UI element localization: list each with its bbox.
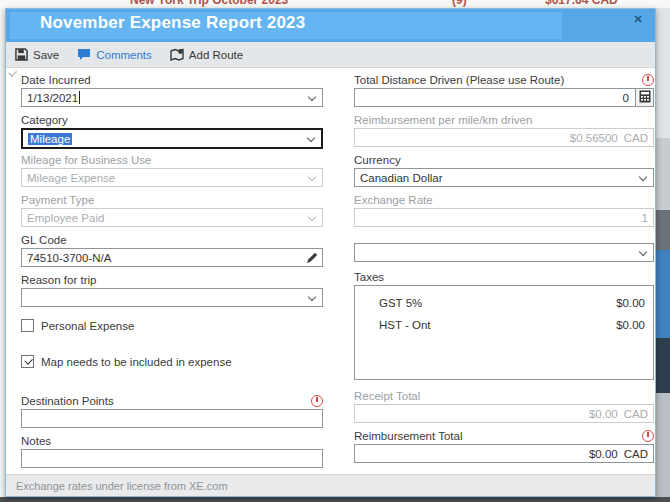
field-exchange-rate: Exchange Rate 1 [354, 193, 654, 227]
background-segment [656, 338, 670, 393]
field-taxes: Taxes GST 5% $0.00 HST - Ont $0.00 [354, 270, 654, 380]
personal-expense-checkbox[interactable] [21, 319, 34, 332]
receipt-total-label: Receipt Total [354, 390, 420, 402]
save-label: Save [33, 49, 59, 61]
category-value: Mileage [28, 133, 72, 145]
background-segment [656, 250, 670, 338]
currency-label: Currency [354, 154, 401, 166]
dialog-toolbar: Save Comments Add Route [6, 42, 655, 68]
reimbursement-total-input: $0.00 CAD [354, 444, 654, 463]
save-icon [15, 48, 28, 61]
taxes-label: Taxes [354, 271, 384, 283]
gl-code-input[interactable]: 74510-3700-N/A [21, 248, 323, 267]
gl-code-label: GL Code [21, 234, 67, 246]
date-incurred-select[interactable]: 1/13/2021 [21, 88, 323, 107]
reimbursement-total-label: Reimbursement Total [354, 430, 462, 442]
field-reimbursement-total: Reimbursement Total $0.00 CAD [354, 429, 654, 463]
edit-pencil-icon[interactable] [306, 252, 318, 266]
receipt-total-input: $0.00 CAD [354, 404, 654, 423]
reimbursement-rate-input: $0.56500 CAD [354, 128, 654, 147]
background-trip-amount: $617.64 CAD [545, 0, 618, 7]
receipt-total-currency: CAD [624, 408, 648, 420]
chevron-down-icon [308, 93, 316, 101]
background-segment [656, 393, 670, 497]
total-distance-label: Total Distance Driven (Please use Route) [354, 74, 564, 86]
currency-value: Canadian Dollar [360, 172, 442, 184]
add-route-button[interactable]: Add Route [170, 48, 243, 62]
background-segment [656, 210, 670, 250]
date-incurred-value: 1/13/2021 [27, 92, 78, 104]
required-warning-icon [642, 74, 654, 86]
total-distance-value: 0 [623, 92, 629, 104]
map-included-label: Map needs to be included in expense [41, 356, 232, 368]
close-icon[interactable]: ✕ [630, 11, 646, 27]
tax-amount: $0.00 [616, 297, 645, 309]
chevron-down-icon [308, 213, 316, 221]
background-segment [656, 138, 670, 210]
category-label: Category [21, 114, 68, 126]
reimbursement-rate-value: $0.56500 [570, 132, 618, 144]
screen: New York Trip October 2023 (9) $617.64 C… [0, 0, 670, 502]
field-unlabeled-dropdown [354, 243, 654, 262]
dialog-footer: Exchange rates under license from XE.com [6, 474, 655, 496]
field-gl-code: GL Code 74510-3700-N/A [21, 233, 323, 267]
chevron-down-icon [307, 134, 315, 142]
field-reason-for-trip: Reason for trip [21, 273, 323, 307]
date-incurred-label: Date Incurred [21, 74, 91, 86]
tax-amount: $0.00 [616, 319, 645, 331]
tax-row: GST 5% $0.00 [363, 292, 645, 314]
mileage-business-use-label: Mileage for Business Use [21, 154, 151, 166]
currency-select[interactable]: Canadian Dollar [354, 168, 654, 187]
map-pin-icon [170, 48, 184, 62]
map-included-checkbox-row[interactable]: Map needs to be included in expense [21, 355, 323, 368]
field-mileage-business-use: Mileage for Business Use Mileage Expense [21, 153, 323, 187]
comments-button[interactable]: Comments [77, 48, 152, 61]
gl-code-value: 74510-3700-N/A [27, 252, 111, 264]
payment-type-select[interactable]: Employee Paid [21, 208, 323, 227]
field-currency: Currency Canadian Dollar [354, 153, 654, 187]
exchange-rate-input: 1 [354, 208, 654, 227]
mileage-business-use-value: Mileage Expense [27, 172, 115, 184]
field-reimbursement-rate: Reimbursement per mile/km driven $0.5650… [354, 113, 654, 147]
comment-bubble-icon [77, 48, 91, 61]
category-select[interactable]: Mileage [21, 128, 323, 149]
reimbursement-total-currency: CAD [624, 448, 648, 460]
reimbursement-rate-currency: CAD [624, 132, 648, 144]
field-total-distance: Total Distance Driven (Please use Route)… [354, 73, 654, 107]
dialog-titlebar: November Expense Report 2023 ✕ [6, 9, 655, 42]
xe-license-text: Exchange rates under license from XE.com [16, 480, 228, 492]
field-payment-type: Payment Type Employee Paid [21, 193, 323, 227]
calculator-button[interactable] [635, 89, 653, 106]
payment-type-value: Employee Paid [27, 212, 104, 224]
field-receipt-total: Receipt Total $0.00 CAD [354, 389, 654, 423]
background-trip-count: (9) [452, 0, 467, 7]
tax-name: GST 5% [379, 297, 422, 309]
total-distance-input[interactable]: 0 [354, 88, 654, 107]
notes-input[interactable] [21, 449, 323, 468]
map-included-checkbox[interactable] [21, 355, 34, 368]
destination-points-input[interactable] [21, 409, 323, 428]
form-body: Date Incurred 1/13/2021 Category Mileage [6, 68, 655, 468]
destination-points-label: Destination Points [21, 395, 114, 407]
left-column: Date Incurred 1/13/2021 Category Mileage [21, 68, 323, 468]
field-date-incurred: Date Incurred 1/13/2021 [21, 73, 323, 107]
text-cursor [79, 91, 80, 104]
chevron-down-icon [639, 248, 647, 256]
exchange-rate-value: 1 [642, 212, 648, 224]
unlabeled-select[interactable] [354, 243, 654, 262]
background-segment [656, 8, 670, 138]
reason-for-trip-select[interactable] [21, 288, 323, 307]
notes-label: Notes [21, 435, 51, 447]
background-right-strip [656, 8, 670, 497]
add-route-label: Add Route [189, 49, 243, 61]
taxes-list: GST 5% $0.00 HST - Ont $0.00 [354, 285, 654, 380]
calculator-icon [639, 90, 651, 105]
field-destination-points: Destination Points [21, 394, 323, 428]
personal-expense-checkbox-row[interactable]: Personal Expense [21, 319, 323, 332]
field-category: Category Mileage [21, 113, 323, 149]
exchange-rate-label: Exchange Rate [354, 194, 433, 206]
save-button[interactable]: Save [15, 48, 59, 61]
mileage-business-use-select[interactable]: Mileage Expense [21, 168, 323, 187]
background-trip-name: New York Trip October 2023 [130, 0, 288, 7]
chevron-down-icon [308, 173, 316, 181]
